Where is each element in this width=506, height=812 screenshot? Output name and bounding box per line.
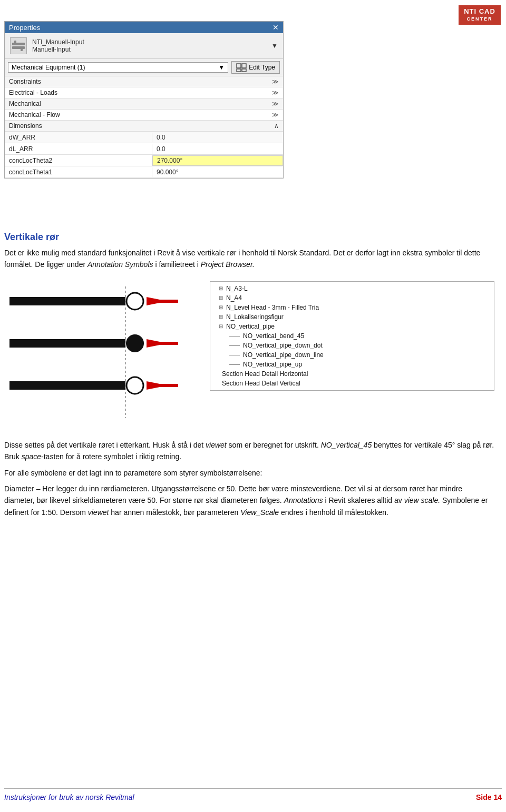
tree-expand-level-head: ⊞ xyxy=(219,304,223,310)
tree-item-lokaliseringsfigur[interactable]: ⊞ N_Lokaliseringsfigur xyxy=(210,312,494,322)
svg-rect-2 xyxy=(14,41,16,45)
viewet2-italic: viewet xyxy=(88,508,109,517)
svg-rect-3 xyxy=(21,47,23,51)
tree-item-section-vertical[interactable]: Section Head Detail Vertical xyxy=(210,379,494,388)
section-electrical[interactable]: Electrical - Loads ≫ xyxy=(5,87,283,98)
properties-close-button[interactable]: ✕ xyxy=(273,23,279,32)
section-electrical-label: Electrical - Loads xyxy=(9,89,272,96)
tree-expand-down-line: —— xyxy=(229,352,240,358)
logo: NTI CAD CENTER xyxy=(459,5,501,37)
tree-expand-pipe-up: —— xyxy=(229,361,240,367)
tree-item-n-a3-l[interactable]: ⊞ N_A3-L xyxy=(210,284,494,293)
paragraph-4: Diameter – Her legger du inn rørdiameter… xyxy=(4,483,494,518)
section-mechanical-flow-expand: ≫ xyxy=(272,111,279,118)
section-constraints[interactable]: Constraints ≫ xyxy=(5,76,283,87)
svg-rect-1 xyxy=(12,46,25,49)
project-browser-italic: Project Browser. xyxy=(201,260,255,269)
properties-panel: Properties ✕ NTI_Manuell-Input Manuell-I… xyxy=(4,21,284,179)
properties-title: Properties xyxy=(9,24,40,32)
tree-label-lokaliseringsfigur: N_Lokaliseringsfigur xyxy=(226,313,284,321)
edit-type-icon xyxy=(236,63,247,72)
footer-right: Side 14 xyxy=(476,793,502,801)
prop-label-conc-theta2: concLocTheta2 xyxy=(5,156,152,165)
properties-type-bar: Mechanical Equipment (1) ▼ Edit Type xyxy=(5,59,283,76)
type-selector-arrow: ▼ xyxy=(218,64,225,71)
tree-item-down-line[interactable]: —— NO_vertical_pipe_down_line xyxy=(210,350,494,360)
tree-item-no-vertical-pipe[interactable]: ⊟ NO_vertical_pipe xyxy=(210,322,494,331)
prop-label-dw-arr: dW_ARR xyxy=(5,133,152,142)
section-mechanical-expand: ≫ xyxy=(272,100,279,107)
annotations-italic: Annotations xyxy=(284,496,323,504)
prop-value-conc-theta1[interactable]: 90.000° xyxy=(152,167,283,177)
edit-type-button[interactable]: Edit Type xyxy=(231,61,280,74)
tree-expand-n-a3-l: ⊞ xyxy=(219,285,223,291)
tree-expand-n-a4: ⊞ xyxy=(219,295,223,301)
section-dimensions-label: Dimensions xyxy=(9,122,274,130)
tree-item-pipe-up[interactable]: —— NO_vertical_pipe_up xyxy=(210,360,494,369)
tree-item-down-dot[interactable]: —— NO_vertical_pipe_down_dot xyxy=(210,341,494,350)
tree-label-n-a4: N_A4 xyxy=(226,294,242,302)
section-mechanical-flow[interactable]: Mechanical - Flow ≫ xyxy=(5,110,283,121)
paragraph-2: Disse settes på det vertikale røret i et… xyxy=(4,439,494,463)
type-selector[interactable]: Mechanical Equipment (1) ▼ xyxy=(8,62,228,73)
svg-point-9 xyxy=(126,293,143,310)
footer: Instruksjoner for bruk av norsk Revitmal… xyxy=(4,788,502,801)
tree-item-bend-45[interactable]: —— NO_vertical_bend_45 xyxy=(210,331,494,341)
tree-label-n-a3-l: N_A3-L xyxy=(226,285,248,292)
svg-rect-11 xyxy=(147,300,178,303)
svg-rect-15 xyxy=(147,342,178,345)
type-selector-label: Mechanical Equipment (1) xyxy=(12,64,85,71)
properties-dropdown[interactable]: ▼ xyxy=(271,42,278,49)
prop-row-conc-theta2: concLocTheta2 270.000° xyxy=(5,155,283,166)
tree-panel: ⊞ N_A3-L ⊞ N_A4 ⊞ N_Level Head - 3mm - F… xyxy=(210,281,494,391)
svg-rect-19 xyxy=(147,384,178,387)
prop-value-conc-theta2[interactable]: 270.000° xyxy=(152,155,283,166)
tree-expand-down-dot: —— xyxy=(229,342,240,348)
footer-left: Instruksjoner for bruk av norsk Revitmal xyxy=(4,793,134,801)
svg-point-17 xyxy=(126,377,143,394)
svg-rect-0 xyxy=(12,43,25,45)
properties-name2: Manuell-Input xyxy=(32,46,266,53)
prop-row-dw-arr: dW_ARR 0.0 xyxy=(5,132,283,143)
properties-name1: NTI_Manuell-Input xyxy=(32,38,266,46)
svg-rect-12 xyxy=(9,339,125,348)
svg-rect-8 xyxy=(9,297,125,305)
tree-item-level-head[interactable]: ⊞ N_Level Head - 3mm - Filled Tria xyxy=(210,303,494,312)
section-heading: Vertikale rør xyxy=(4,232,494,243)
svg-point-13 xyxy=(126,335,143,352)
svg-rect-16 xyxy=(9,381,125,390)
tree-expand-no-vertical-pipe: ⊟ xyxy=(219,323,223,329)
tree-item-n-a4[interactable]: ⊞ N_A4 xyxy=(210,293,494,303)
prop-label-dl-arr: dL_ARR xyxy=(5,144,152,154)
properties-icon xyxy=(10,37,27,54)
prop-value-dw-arr[interactable]: 0.0 xyxy=(152,133,283,142)
prop-value-dl-arr[interactable]: 0.0 xyxy=(152,144,283,154)
properties-name-area: NTI_Manuell-Input Manuell-Input xyxy=(32,38,266,53)
tree-label-pipe-up: NO_vertical_pipe_up xyxy=(243,361,302,368)
properties-title-bar: Properties ✕ xyxy=(5,22,283,33)
paragraph-3: For alle symbolene er det lagt inn to pa… xyxy=(4,467,494,479)
paragraph-1: Det er ikke mulig med standard funksjona… xyxy=(4,247,494,271)
svg-rect-7 xyxy=(242,69,246,72)
properties-header: NTI_Manuell-Input Manuell-Input ▼ xyxy=(5,33,283,59)
tree-label-bend-45: NO_vertical_bend_45 xyxy=(243,332,304,340)
section-dimensions-expand: ∧ xyxy=(274,122,279,130)
illustration-area: ⊞ N_A3-L ⊞ N_A4 ⊞ N_Level Head - 3mm - F… xyxy=(4,281,494,429)
prop-row-dl-arr: dL_ARR 0.0 xyxy=(5,143,283,155)
tree-label-level-head: N_Level Head - 3mm - Filled Tria xyxy=(226,304,319,311)
main-content: Vertikale rør Det er ikke mulig med stan… xyxy=(4,221,500,522)
tree-label-down-line: NO_vertical_pipe_down_line xyxy=(243,351,324,359)
tree-label-no-vertical-pipe: NO_vertical_pipe xyxy=(226,323,275,330)
annotation-symbols-italic: Annotation Symbols xyxy=(87,260,153,269)
section-mechanical[interactable]: Mechanical ≫ xyxy=(5,98,283,110)
view-scale2-italic: View_Scale xyxy=(240,508,279,517)
tree-label-down-dot: NO_vertical_pipe_down_dot xyxy=(243,342,323,349)
section-mechanical-label: Mechanical xyxy=(9,100,272,107)
tree-expand-lokaliseringsfigur: ⊞ xyxy=(219,314,223,320)
svg-rect-5 xyxy=(242,64,246,68)
section-constraints-label: Constraints xyxy=(9,78,272,85)
tree-item-section-horizontal[interactable]: Section Head Detail Horizontal xyxy=(210,369,494,379)
section-mechanical-flow-label: Mechanical - Flow xyxy=(9,111,272,118)
section-dimensions[interactable]: Dimensions ∧ xyxy=(5,121,283,132)
svg-rect-6 xyxy=(237,69,241,72)
